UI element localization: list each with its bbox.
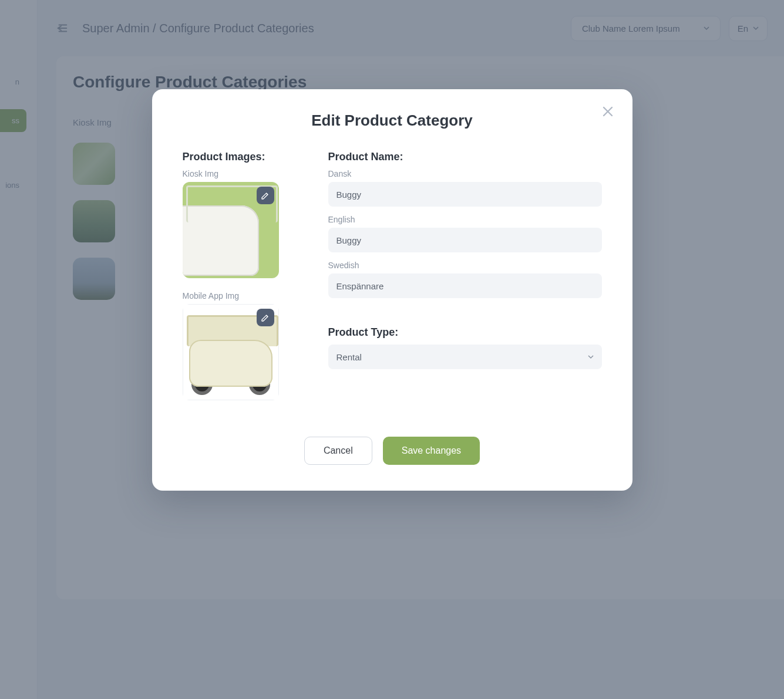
edit-mobile-app-image-button[interactable] — [257, 309, 274, 326]
close-icon — [601, 104, 615, 119]
product-type-select[interactable]: Rental — [328, 345, 602, 369]
kiosk-img-label: Kiosk Img — [183, 169, 300, 178]
mobile-app-img-label: Mobile App Img — [183, 291, 300, 300]
swedish-field-label: Swedish — [328, 261, 602, 270]
product-name-english-input[interactable] — [328, 228, 602, 252]
product-type-selected-value: Rental — [337, 352, 362, 362]
product-name-swedish-input[interactable] — [328, 273, 602, 298]
save-changes-button[interactable]: Save changes — [383, 437, 480, 465]
product-images-label: Product Images: — [183, 151, 300, 163]
cancel-button[interactable]: Cancel — [304, 437, 372, 465]
chevron-down-icon — [588, 354, 594, 360]
dansk-field-label: Dansk — [328, 169, 602, 178]
edit-kiosk-image-button[interactable] — [257, 187, 274, 204]
pencil-icon — [261, 313, 270, 322]
mobile-app-image-card — [183, 304, 279, 400]
edit-product-category-modal: Edit Product Category Product Images: Ki… — [152, 89, 632, 491]
english-field-label: English — [328, 215, 602, 224]
modal-overlay: Edit Product Category Product Images: Ki… — [0, 0, 784, 699]
close-button[interactable] — [601, 104, 617, 121]
pencil-icon — [261, 191, 270, 200]
modal-title: Edit Product Category — [183, 112, 602, 130]
product-type-label: Product Type: — [328, 326, 602, 339]
product-name-dansk-input[interactable] — [328, 182, 602, 207]
product-name-label: Product Name: — [328, 151, 602, 163]
kiosk-image-card — [183, 182, 279, 278]
